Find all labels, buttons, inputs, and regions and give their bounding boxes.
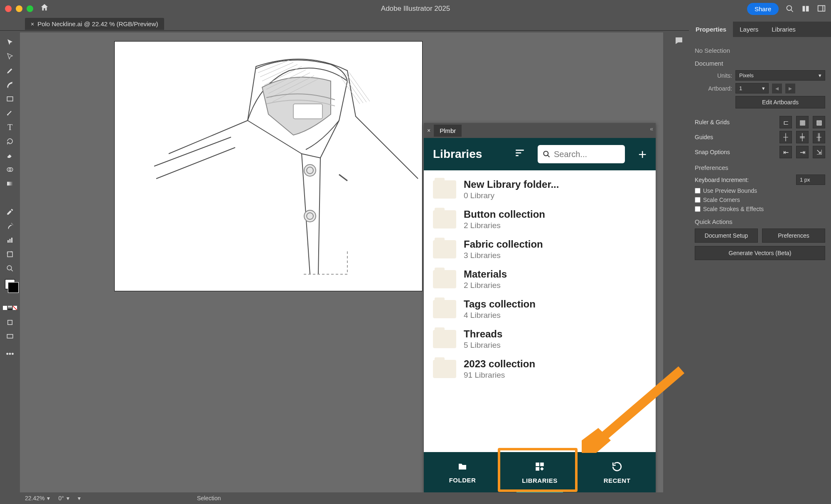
search-icon[interactable]: [785, 4, 794, 13]
svg-rect-19: [8, 320, 12, 325]
pen-tool-icon[interactable]: [4, 65, 16, 76]
arrange-icon[interactable]: [801, 4, 810, 13]
svg-rect-13: [7, 240, 9, 243]
recent-tab-icon: [612, 461, 622, 474]
maximize-window-icon[interactable]: [27, 5, 33, 12]
svg-rect-20: [7, 334, 13, 338]
library-item[interactable]: New Library folder...0 Library: [424, 175, 656, 204]
artboard[interactable]: [115, 42, 422, 291]
library-item[interactable]: Fabric collection3 Libraries: [424, 234, 656, 264]
artboard-label: Artboard:: [695, 85, 732, 92]
home-icon[interactable]: [40, 3, 49, 15]
close-window-icon[interactable]: [5, 5, 12, 12]
screen-mode-icon[interactable]: [4, 331, 16, 342]
share-button[interactable]: Share: [747, 3, 779, 15]
selection-tool-icon[interactable]: [4, 37, 16, 48]
library-item[interactable]: Threads5 Libraries: [424, 324, 656, 354]
svg-line-1: [791, 10, 793, 12]
svg-rect-34: [536, 467, 539, 471]
preferences-button[interactable]: Preferences: [762, 229, 825, 243]
use-preview-bounds-checkbox[interactable]: Use Preview Bounds: [695, 187, 825, 194]
shape-builder-tool-icon[interactable]: [4, 164, 16, 175]
graph-tool-icon[interactable]: [4, 234, 16, 246]
color-mode-swatches[interactable]: [3, 306, 17, 310]
artboard-tool-icon[interactable]: [4, 248, 16, 260]
keyboard-increment-field[interactable]: 1 px: [796, 175, 825, 185]
scale-corners-checkbox[interactable]: Scale Corners: [695, 197, 825, 203]
library-item[interactable]: Button collection2 Libraries: [424, 204, 656, 234]
tool-panel: T •••: [0, 32, 20, 360]
direct-selection-tool-icon[interactable]: [4, 51, 16, 62]
plmbr-tab[interactable]: Plmbr: [434, 125, 462, 137]
edit-toolbar-icon[interactable]: •••: [4, 348, 16, 360]
prev-artboard-icon[interactable]: ◂: [772, 84, 782, 93]
collapsed-panel-strip[interactable]: [669, 32, 689, 57]
artboard-nav[interactable]: ▾: [78, 495, 81, 502]
snap-icon-3[interactable]: ⇲: [813, 146, 825, 158]
fill-stroke-swatch[interactable]: [5, 279, 15, 289]
draw-mode-icon[interactable]: [4, 317, 16, 328]
search-field[interactable]: [554, 150, 620, 159]
symbol-sprayer-tool-icon[interactable]: [4, 220, 16, 232]
zoom-tool-icon[interactable]: [4, 263, 16, 274]
plmbr-header: Libraries +: [424, 138, 656, 170]
add-library-icon[interactable]: +: [638, 146, 647, 162]
library-item[interactable]: Materials2 Libraries: [424, 264, 656, 294]
svg-point-30: [543, 151, 548, 156]
document-setup-button[interactable]: Document Setup: [695, 229, 758, 243]
preferences-section: Preferences: [695, 164, 825, 171]
libraries-tab[interactable]: LIBRARIES: [501, 452, 578, 493]
units-select[interactable]: Pixels▾: [735, 70, 825, 81]
rotate-tool-icon[interactable]: [4, 135, 16, 147]
library-item[interactable]: 2023 collection91 Libraries: [424, 354, 656, 384]
type-tool-icon[interactable]: T: [4, 121, 16, 133]
svg-rect-14: [10, 239, 11, 243]
rotate-view[interactable]: 0°▾: [58, 495, 69, 502]
tab-libraries[interactable]: Libraries: [765, 22, 802, 37]
eraser-tool-icon[interactable]: [4, 150, 16, 161]
scale-strokes-checkbox[interactable]: Scale Strokes & Effects: [695, 206, 825, 212]
close-tab-icon[interactable]: ×: [31, 21, 34, 27]
document-tab[interactable]: × Polo Neckline.ai @ 22.42 % (RGB/Previe…: [25, 18, 164, 30]
edit-artboards-button[interactable]: Edit Artboards: [735, 96, 825, 108]
tab-layers[interactable]: Layers: [733, 22, 765, 37]
snap-icon-1[interactable]: ⇤: [779, 146, 792, 158]
curvature-tool-icon[interactable]: [4, 79, 16, 91]
search-input[interactable]: [538, 145, 625, 163]
comments-panel-icon[interactable]: [674, 36, 684, 48]
generate-vectors-button[interactable]: Generate Vectors (Beta): [695, 246, 825, 260]
snap-icon-2[interactable]: ⇥: [796, 146, 809, 158]
libraries-list[interactable]: New Library folder...0 Library Button co…: [424, 170, 656, 452]
gradient-tool-icon[interactable]: [4, 178, 16, 189]
sort-icon[interactable]: [514, 148, 525, 161]
window-controls[interactable]: [5, 5, 33, 12]
folder-tab[interactable]: FOLDER: [424, 452, 501, 493]
ruler-icon[interactable]: ⊏: [779, 116, 792, 128]
brush-tool-icon[interactable]: [4, 107, 16, 119]
ruler-grids-label: Ruler & Grids: [695, 119, 730, 125]
guide-icon-3[interactable]: ╫: [813, 131, 825, 143]
svg-point-11: [12, 224, 13, 225]
width-tool-icon[interactable]: [4, 192, 16, 204]
recent-tab[interactable]: RECENT: [578, 452, 656, 493]
close-plmbr-icon[interactable]: ×: [427, 127, 430, 134]
transparency-grid-icon[interactable]: ▩: [813, 116, 825, 128]
keyboard-increment-label: Keyboard Increment:: [695, 177, 793, 183]
guide-icon-2[interactable]: ╪: [796, 131, 809, 143]
folder-icon: [433, 360, 456, 378]
library-item[interactable]: Tags collection4 Libraries: [424, 294, 656, 324]
selection-status: Selection: [197, 495, 221, 502]
workspace-icon[interactable]: [817, 4, 826, 13]
minimize-window-icon[interactable]: [16, 5, 22, 12]
artboard-select[interactable]: 1▾: [735, 83, 769, 93]
rectangle-tool-icon[interactable]: [4, 93, 16, 105]
next-artboard-icon[interactable]: ▸: [785, 84, 795, 93]
zoom-level[interactable]: 22.42%▾: [25, 495, 50, 502]
units-label: Units:: [695, 72, 732, 79]
guide-icon-1[interactable]: ┼: [779, 131, 792, 143]
grid-icon[interactable]: ▦: [796, 116, 809, 128]
collapse-panel-icon[interactable]: «: [650, 125, 653, 132]
tab-properties[interactable]: Properties: [689, 22, 733, 37]
svg-point-0: [787, 6, 792, 11]
eyedropper-tool-icon[interactable]: [4, 206, 16, 218]
